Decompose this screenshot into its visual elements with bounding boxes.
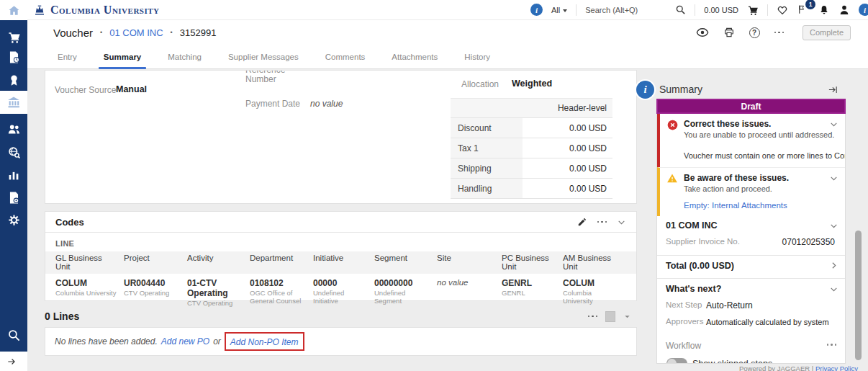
or-text: or xyxy=(213,336,221,347)
tab-attachments[interactable]: Attachments xyxy=(392,46,438,68)
tab-comments[interactable]: Comments xyxy=(325,46,366,68)
status-banner: Draft xyxy=(656,99,846,114)
more-options-icon[interactable] xyxy=(827,344,837,346)
sidebar-item-suppliers[interactable] xyxy=(0,118,27,140)
error-subtitle: You are unable to proceed until addresse… xyxy=(684,130,834,139)
voucher-source-value: Manual xyxy=(116,84,147,94)
code-description: OGC Office of General Counsel xyxy=(250,289,307,305)
document-gear-icon xyxy=(7,191,21,205)
more-options-icon[interactable] xyxy=(588,313,598,321)
codes-title: Codes xyxy=(55,217,84,228)
more-options-icon[interactable] xyxy=(597,218,607,226)
sidebar-expand[interactable] xyxy=(0,352,27,371)
preview-eye-icon[interactable] xyxy=(696,27,709,37)
add-non-po-item-link[interactable]: Add Non-PO Item xyxy=(230,337,299,347)
lines-empty-message: No lines have been added. xyxy=(55,336,158,347)
sidebar-item-administration[interactable] xyxy=(0,209,27,231)
print-icon[interactable] xyxy=(723,27,735,38)
footer: Powered by JAGGAER | Privacy Policy xyxy=(739,365,858,371)
tab-matching[interactable]: Matching xyxy=(168,46,202,68)
tab-supplier-messages[interactable]: Supplier Messages xyxy=(228,46,299,68)
notifications-bell-icon[interactable] xyxy=(818,4,830,16)
code-value: 00000 xyxy=(313,278,368,288)
tab-entry[interactable]: Entry xyxy=(58,46,77,68)
code-value: 00000000 xyxy=(374,278,430,288)
document-clock-icon xyxy=(7,50,21,64)
award-ribbon-icon xyxy=(7,73,21,87)
sidebar-item-sourcing[interactable] xyxy=(0,141,27,163)
code-description: Undefined Segment xyxy=(374,289,430,305)
tab-summary[interactable]: Summary xyxy=(104,46,141,68)
column-header: Department xyxy=(249,251,312,274)
charge-label: Discount xyxy=(451,118,523,138)
home-icon xyxy=(7,4,21,17)
bar-chart-icon xyxy=(7,169,20,182)
chevron-down-icon[interactable] xyxy=(829,174,838,183)
privacy-policy-link[interactable]: Privacy Policy xyxy=(815,365,858,371)
more-options-icon[interactable] xyxy=(774,29,785,37)
codes-header-row: GL Business Unit Project Activity Depart… xyxy=(45,251,636,274)
supplier-link[interactable]: 01 COM INC xyxy=(109,27,163,38)
dropdown-chevron-icon[interactable] xyxy=(623,313,631,321)
brand-name: Columbia University xyxy=(50,4,160,17)
info-icon[interactable]: i xyxy=(530,4,543,16)
lines-count-title: 0 Lines xyxy=(45,310,79,322)
brand-logo[interactable]: Columbia University xyxy=(27,4,160,17)
warning-item-link[interactable]: Empty: Internal Attachments xyxy=(684,201,787,210)
search-scope-dropdown[interactable]: All xyxy=(551,6,567,14)
cart-icon[interactable] xyxy=(747,4,759,16)
next-step-value: Auto-Return xyxy=(706,300,753,310)
sidebar-item-reporting[interactable] xyxy=(0,164,27,186)
chevron-right-icon[interactable] xyxy=(829,261,838,270)
code-value: COLUM xyxy=(563,278,621,288)
charge-value: 0.00 USD xyxy=(523,158,612,178)
gear-icon xyxy=(7,213,21,227)
sidebar-item-home[interactable] xyxy=(0,0,27,20)
code-description: Columbia University xyxy=(563,289,621,305)
user-profile-icon[interactable] xyxy=(838,4,850,16)
sidebar-item-shop[interactable] xyxy=(0,26,27,48)
sidebar-item-search[interactable] xyxy=(0,324,27,346)
complete-button[interactable]: Complete xyxy=(803,25,851,40)
show-skipped-label: Show skipped steps xyxy=(692,359,772,364)
document-header: Voucher • 01 COM INC • 3152991 ? Complet… xyxy=(27,20,868,45)
bank-icon xyxy=(6,95,21,109)
table-row: Handling 0.00 USD xyxy=(451,179,612,199)
invoice-label: Supplier Invoice No. xyxy=(666,237,740,246)
codes-card: Codes LINE GL Business Unit Project Acti… xyxy=(45,211,637,301)
search-icon[interactable] xyxy=(675,4,686,15)
summary-info-icon[interactable]: i xyxy=(636,81,654,99)
sidebar-item-accounts-payable[interactable] xyxy=(0,91,27,114)
info-icon[interactable]: i xyxy=(859,4,868,16)
warning-subtitle: Take action and proceed. xyxy=(684,184,772,193)
tab-history[interactable]: History xyxy=(464,46,490,68)
users-icon xyxy=(7,122,21,136)
chevron-down-icon[interactable] xyxy=(829,120,838,129)
vertical-scrollbar[interactable] xyxy=(855,231,862,360)
reference-number-label: Reference Number xyxy=(245,70,285,84)
header-charges-table: Header-level Discount 0.00 USD Tax 1 0.0… xyxy=(451,98,612,199)
action-flags[interactable]: 1 xyxy=(797,4,810,17)
payment-date-label: Payment Date xyxy=(245,99,300,109)
chevron-down-icon[interactable] xyxy=(829,221,838,231)
expand-arrow-icon xyxy=(6,357,17,367)
sidebar-item-contracts[interactable] xyxy=(0,187,27,208)
page-title: Voucher xyxy=(53,27,93,39)
collapse-chevron-icon[interactable] xyxy=(617,218,626,227)
divider xyxy=(576,4,577,16)
search-shortcut-label[interactable]: Search (Alt+Q) xyxy=(585,6,638,14)
next-step-label: Next Step xyxy=(666,300,702,309)
collapse-panel-icon[interactable] xyxy=(828,84,838,95)
favorites-heart-icon[interactable] xyxy=(777,4,788,16)
sidebar-item-orders[interactable] xyxy=(0,46,27,68)
chevron-down-icon[interactable] xyxy=(829,285,838,294)
lines-view-button[interactable] xyxy=(605,311,615,322)
add-new-po-link[interactable]: Add new PO xyxy=(161,336,209,347)
show-skipped-toggle[interactable] xyxy=(666,358,687,364)
edit-pencil-icon[interactable] xyxy=(577,217,587,227)
allocation-label: Allocation xyxy=(461,79,499,89)
sidebar-item-supplier-awards[interactable] xyxy=(0,69,27,91)
charge-value: 0.00 USD xyxy=(523,179,612,198)
help-icon[interactable]: ? xyxy=(749,27,760,38)
flag-count-badge: 1 xyxy=(805,0,815,9)
